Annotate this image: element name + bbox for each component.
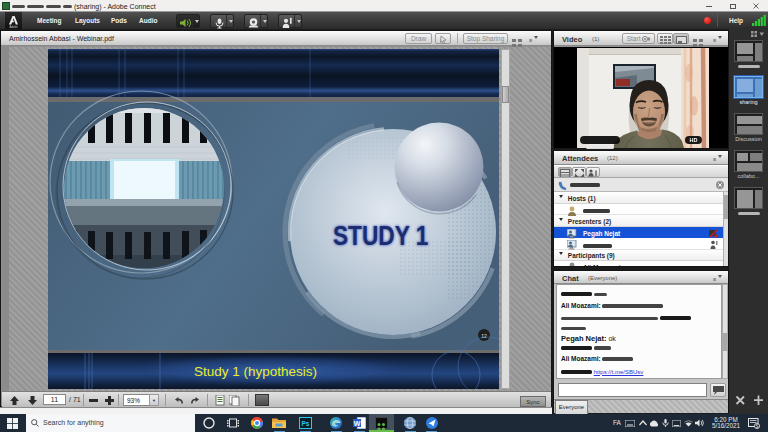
svg-text:W: W [354, 420, 361, 427]
svg-text:S: S [755, 424, 758, 429]
svg-text:Adobe: Adobe [9, 25, 18, 29]
svg-text:STUDY 1: STUDY 1 [333, 220, 428, 250]
svg-text:Study 1 (hypothesis): Study 1 (hypothesis) [194, 364, 317, 379]
